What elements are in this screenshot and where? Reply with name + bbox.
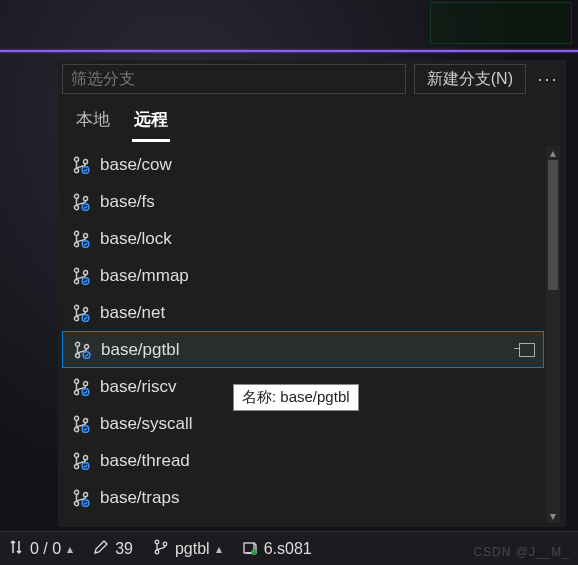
svg-point-4 bbox=[74, 194, 78, 198]
svg-point-17 bbox=[74, 316, 78, 320]
svg-point-22 bbox=[84, 344, 88, 348]
remote-branch-icon bbox=[72, 230, 90, 248]
scroll-thumb[interactable] bbox=[548, 160, 558, 290]
tab-remote[interactable]: 远程 bbox=[132, 106, 170, 142]
branch-label: base/syscall bbox=[100, 414, 534, 434]
svg-point-29 bbox=[74, 427, 78, 431]
svg-point-10 bbox=[83, 233, 87, 237]
svg-point-37 bbox=[74, 501, 78, 505]
svg-point-33 bbox=[74, 464, 78, 468]
branch-label: base/net bbox=[100, 303, 534, 323]
svg-point-1 bbox=[74, 168, 78, 172]
status-bar: 0 / 0 ▴ 39 pgtbl ▴ 6.s081 bbox=[0, 531, 578, 565]
svg-point-26 bbox=[83, 381, 87, 385]
svg-point-30 bbox=[83, 418, 87, 422]
svg-point-2 bbox=[83, 159, 87, 163]
list-item[interactable]: base/net bbox=[62, 294, 544, 331]
tab-local[interactable]: 本地 bbox=[74, 106, 112, 142]
svg-point-20 bbox=[75, 342, 79, 346]
branch-list-wrap: base/cowbase/fsbase/lockbase/mmapbase/ne… bbox=[62, 146, 562, 523]
repo-name: 6.s081 bbox=[264, 540, 312, 558]
remote-branch-icon bbox=[72, 378, 90, 396]
branch-label: base/fs bbox=[100, 192, 534, 212]
list-item[interactable]: base/thread bbox=[62, 442, 544, 479]
list-item[interactable]: base/mmap bbox=[62, 257, 544, 294]
status-changes[interactable]: 39 bbox=[93, 539, 133, 559]
branch-tabs: 本地 远程 bbox=[58, 100, 566, 142]
list-item[interactable]: base/pgtbl bbox=[62, 331, 544, 368]
svg-point-8 bbox=[74, 231, 78, 235]
svg-point-41 bbox=[155, 550, 159, 554]
remote-branch-icon bbox=[72, 156, 90, 174]
branch-picker-panel: 新建分支(N) ··· 本地 远程 base/cowbase/fsbase/lo… bbox=[58, 60, 566, 527]
svg-point-13 bbox=[74, 279, 78, 283]
sync-arrows-icon bbox=[8, 539, 24, 559]
remote-branch-icon bbox=[73, 341, 91, 359]
list-item[interactable]: base/traps bbox=[62, 479, 544, 516]
svg-point-38 bbox=[83, 492, 87, 496]
remote-branch-icon bbox=[72, 489, 90, 507]
svg-point-42 bbox=[163, 542, 167, 546]
branch-label: base/lock bbox=[100, 229, 534, 249]
scroll-up-button[interactable]: ▴ bbox=[546, 146, 560, 160]
list-item[interactable]: base/fs bbox=[62, 183, 544, 220]
svg-point-25 bbox=[74, 390, 78, 394]
svg-point-0 bbox=[74, 157, 78, 161]
status-repo[interactable]: 6.s081 bbox=[242, 539, 312, 559]
sync-count: 0 / 0 bbox=[30, 540, 61, 558]
branch-icon bbox=[153, 539, 169, 559]
new-branch-button[interactable]: 新建分支(N) bbox=[414, 64, 526, 94]
pin-icon[interactable] bbox=[519, 343, 535, 357]
branch-label: base/mmap bbox=[100, 266, 534, 286]
svg-point-28 bbox=[74, 416, 78, 420]
repo-icon bbox=[242, 539, 258, 559]
branch-name: pgtbl bbox=[175, 540, 210, 558]
more-actions-button[interactable]: ··· bbox=[534, 64, 562, 94]
branch-label: base/cow bbox=[100, 155, 534, 175]
status-branch[interactable]: pgtbl ▴ bbox=[153, 539, 222, 559]
branch-label: base/pgtbl bbox=[101, 340, 509, 360]
svg-point-9 bbox=[74, 242, 78, 246]
remote-branch-icon bbox=[72, 193, 90, 211]
list-item[interactable]: base/lock bbox=[62, 220, 544, 257]
svg-point-14 bbox=[83, 270, 87, 274]
branch-list: base/cowbase/fsbase/lockbase/mmapbase/ne… bbox=[62, 146, 544, 523]
svg-point-34 bbox=[83, 455, 87, 459]
svg-point-16 bbox=[74, 305, 78, 309]
svg-point-24 bbox=[74, 379, 78, 383]
remote-branch-icon bbox=[72, 452, 90, 470]
chevron-up-icon: ▴ bbox=[216, 542, 222, 556]
branch-tooltip: 名称: base/pgtbl bbox=[233, 384, 359, 411]
branch-label: base/thread bbox=[100, 451, 534, 471]
remote-branch-icon bbox=[72, 304, 90, 322]
status-sync[interactable]: 0 / 0 ▴ bbox=[8, 539, 73, 559]
scroll-down-button[interactable]: ▾ bbox=[546, 509, 560, 523]
pencil-icon bbox=[93, 539, 109, 559]
branch-label: base/traps bbox=[100, 488, 534, 508]
svg-point-32 bbox=[74, 453, 78, 457]
svg-point-18 bbox=[83, 307, 87, 311]
svg-point-36 bbox=[74, 490, 78, 494]
scrollbar[interactable]: ▴ ▾ bbox=[546, 146, 560, 523]
panel-header: 新建分支(N) ··· bbox=[58, 60, 566, 100]
branch-filter-input[interactable] bbox=[62, 64, 406, 94]
svg-point-12 bbox=[74, 268, 78, 272]
remote-branch-icon bbox=[72, 267, 90, 285]
svg-point-40 bbox=[155, 540, 159, 544]
changes-count: 39 bbox=[115, 540, 133, 558]
list-item[interactable]: base/cow bbox=[62, 146, 544, 183]
svg-point-21 bbox=[75, 353, 79, 357]
panel-top-divider bbox=[0, 50, 578, 52]
svg-point-5 bbox=[74, 205, 78, 209]
svg-point-6 bbox=[83, 196, 87, 200]
remote-branch-icon bbox=[72, 415, 90, 433]
chevron-up-icon: ▴ bbox=[67, 542, 73, 556]
